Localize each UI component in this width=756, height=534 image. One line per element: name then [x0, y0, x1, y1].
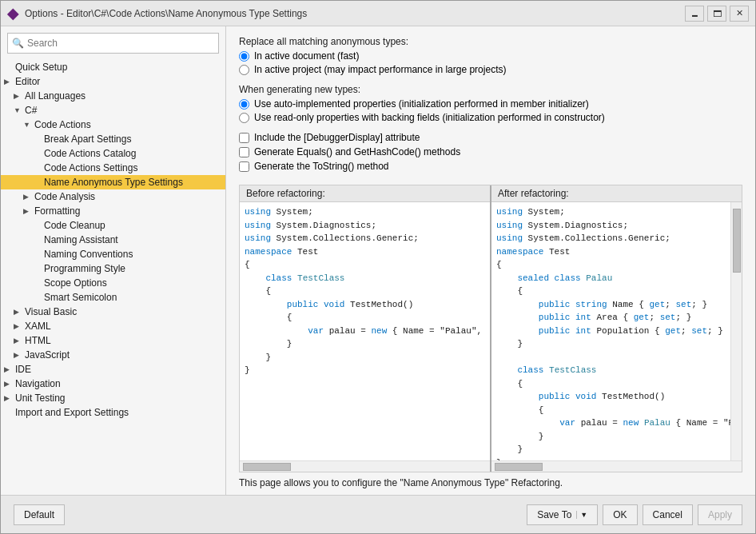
replace-section: Replace all matching anonymous types: In…: [239, 36, 742, 78]
sidebar-item-label: JavaScript: [25, 349, 222, 361]
tree-arrow: ▶: [14, 92, 25, 100]
check-debugger-display[interactable]: Include the [DebuggerDisplay] attribute: [239, 132, 742, 143]
minimize-button[interactable]: 🗕: [685, 6, 704, 22]
apply-button[interactable]: Apply: [698, 504, 742, 525]
sidebar-item-visual-basic[interactable]: ▶ Visual Basic: [1, 305, 225, 319]
sidebar-item-naming-assistant[interactable]: Naming Assistant: [1, 233, 225, 247]
check-equals-hashcode[interactable]: Generate Equals() and GetHashCode() meth…: [239, 146, 742, 157]
sidebar-item-code-actions[interactable]: ▼ Code Actions: [1, 118, 225, 132]
sidebar-item-label: All Languages: [25, 90, 222, 102]
sidebar-item-all-languages[interactable]: ▶ All Languages: [1, 89, 225, 103]
sidebar-item-smart-semicolon[interactable]: Smart Semicolon: [1, 290, 225, 305]
before-code-block: using System; using System.Diagnostics; …: [245, 205, 485, 377]
sidebar-item-label: Smart Semicolon: [44, 292, 222, 303]
sidebar-item-label: HTML: [25, 335, 222, 346]
sidebar-item-label: Naming Assistant: [44, 234, 222, 245]
before-h-thumb[interactable]: [243, 463, 291, 471]
sidebar-item-code-actions-catalog[interactable]: Code Actions Catalog: [1, 146, 225, 161]
radio-active-project-input[interactable]: [239, 65, 249, 75]
sidebar-item-quick-setup[interactable]: Quick Setup: [1, 60, 225, 74]
radio-active-project-label: In active project (may impact performanc…: [254, 64, 506, 75]
vs-logo-icon: ◆: [7, 5, 18, 22]
sidebar-item-editor[interactable]: ▶ Editor: [1, 74, 225, 89]
sidebar-item-code-cleanup[interactable]: Code Cleanup: [1, 218, 225, 233]
sidebar-item-label: C#: [25, 105, 222, 116]
sidebar-item-label: Break Apart Settings: [44, 134, 222, 145]
radio-readonly-props-input[interactable]: [239, 113, 249, 123]
ok-button[interactable]: OK: [603, 504, 637, 525]
sidebar-item-csharp[interactable]: ▼ C#: [1, 103, 225, 118]
close-button[interactable]: ✕: [730, 6, 749, 22]
sidebar-item-javascript[interactable]: ▶ JavaScript: [1, 348, 225, 362]
tree-arrow: ▶: [14, 322, 25, 330]
sidebar-item-navigation[interactable]: ▶ Navigation: [1, 377, 225, 391]
sidebar-item-scope-options[interactable]: Scope Options: [1, 276, 225, 290]
sidebar-item-label: IDE: [15, 364, 222, 375]
tree-arrow: ▶: [14, 351, 25, 359]
sidebar-item-label: Programming Style: [44, 263, 222, 274]
radio-auto-implemented[interactable]: Use auto-implemented properties (initial…: [239, 98, 742, 110]
check-tostring[interactable]: Generate the ToString() method: [239, 161, 742, 172]
search-box: 🔍: [7, 33, 219, 54]
radio-readonly-props[interactable]: Use read-only properties with backing fi…: [239, 112, 742, 123]
sidebar-item-xaml[interactable]: ▶ XAML: [1, 319, 225, 333]
tree-view: Quick Setup ▶ Editor ▶ All Languages ▼ C…: [1, 60, 225, 495]
sidebar-item-label: Editor: [15, 76, 222, 87]
radio-active-document-input[interactable]: [239, 51, 249, 62]
tree-arrow: ▶: [23, 207, 34, 215]
tree-arrow: ▶: [4, 394, 15, 402]
save-to-button[interactable]: Save To ▼: [527, 504, 598, 525]
cancel-button[interactable]: Cancel: [643, 504, 693, 525]
save-to-label: Save To: [537, 509, 571, 520]
sidebar-item-import-export[interactable]: Import and Export Settings: [1, 405, 225, 420]
sidebar-item-label: Code Actions Settings: [44, 162, 222, 173]
sidebar-item-label: Import and Export Settings: [15, 407, 222, 418]
checks-section: Include the [DebuggerDisplay] attribute …: [239, 132, 742, 175]
sidebar-item-code-analysis[interactable]: ▶ Code Analysis: [1, 189, 225, 204]
sidebar-item-label: Naming Conventions: [44, 249, 222, 260]
after-preview-header: After refactoring:: [491, 185, 742, 202]
generating-section: When generating new types: Use auto-impl…: [239, 84, 742, 126]
radio-active-document[interactable]: In active document (fast): [239, 50, 742, 62]
sidebar-item-programming-style[interactable]: Programming Style: [1, 261, 225, 276]
sidebar-item-break-apart[interactable]: Break Apart Settings: [1, 132, 225, 146]
sidebar-item-label: Code Actions: [34, 119, 222, 130]
after-h-thumb[interactable]: [495, 463, 543, 471]
title-bar: ◆ Options - Editor\C#\Code Actions\Name …: [1, 1, 755, 26]
tree-arrow: ▶: [4, 380, 15, 388]
save-to-dropdown-arrow: ▼: [576, 511, 587, 519]
after-v-scrollbar[interactable]: [730, 202, 742, 460]
sidebar-item-naming-conventions[interactable]: Naming Conventions: [1, 247, 225, 261]
check-debugger-display-input[interactable]: [239, 133, 249, 143]
check-tostring-label: Generate the ToString() method: [254, 161, 389, 172]
before-preview-scroll[interactable]: using System; using System.Diagnostics; …: [240, 202, 490, 460]
radio-auto-implemented-input[interactable]: [239, 99, 249, 110]
check-equals-hashcode-input[interactable]: [239, 147, 249, 157]
sidebar-item-unit-testing[interactable]: ▶ Unit Testing: [1, 391, 225, 405]
preview-container: Before refactoring: using System; using …: [239, 185, 742, 472]
maximize-button[interactable]: 🗖: [707, 6, 726, 22]
sidebar-item-label: Code Cleanup: [44, 220, 222, 231]
before-h-scrollbar[interactable]: [240, 460, 490, 472]
after-v-thumb[interactable]: [733, 209, 741, 273]
left-panel: 🔍 Quick Setup ▶ Editor ▶ All Languages: [1, 26, 226, 495]
sidebar-item-name-anon[interactable]: Name Anonymous Type Settings: [1, 175, 225, 189]
sidebar-item-html[interactable]: ▶ HTML: [1, 333, 225, 348]
bottom-bar: Default Save To ▼ OK Cancel Apply: [1, 495, 755, 533]
before-preview-header: Before refactoring:: [240, 185, 490, 202]
options-dialog: ◆ Options - Editor\C#\Code Actions\Name …: [0, 0, 756, 534]
after-h-scrollbar[interactable]: [491, 460, 742, 472]
sidebar-item-formatting[interactable]: ▶ Formatting: [1, 204, 225, 218]
radio-readonly-props-label: Use read-only properties with backing fi…: [254, 112, 605, 123]
radio-active-project[interactable]: In active project (may impact performanc…: [239, 64, 742, 75]
default-button[interactable]: Default: [14, 504, 65, 525]
sidebar-item-label: Visual Basic: [25, 306, 222, 317]
sidebar-item-label: Quick Setup: [15, 62, 222, 73]
search-input[interactable]: [7, 33, 219, 54]
sidebar-item-code-actions-settings[interactable]: Code Actions Settings: [1, 161, 225, 175]
sidebar-item-ide[interactable]: ▶ IDE: [1, 362, 225, 377]
sidebar-item-label: Unit Testing: [15, 393, 222, 404]
check-tostring-input[interactable]: [239, 161, 249, 172]
after-preview-scroll[interactable]: using System; using System.Diagnostics; …: [491, 202, 730, 460]
after-code-block: using System; using System.Diagnostics; …: [496, 205, 726, 460]
